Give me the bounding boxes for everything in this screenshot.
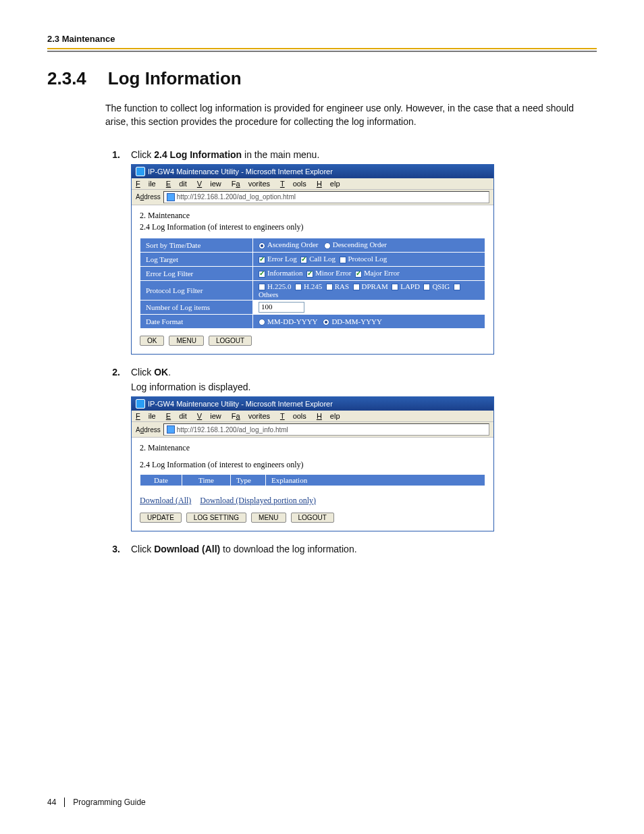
crumb-loginfo: 2.4 Log Information (of interest to engi… [140,460,485,470]
radio-ascending[interactable] [259,242,265,249]
address-field[interactable]: http://192.168.1.200/ad_log_option.html [163,191,489,203]
menu-favorites[interactable]: Favorites [232,180,270,188]
chk-h245[interactable] [295,284,302,290]
rule-divider [47,51,597,52]
row-sort-label: Sort by Time/Date [140,238,253,252]
menu-help[interactable]: Help [317,180,340,188]
download-links: Download (All) Download (Displayed porti… [140,496,485,506]
menu-favorites[interactable]: Favorites [232,412,270,420]
chk-call-log[interactable] [300,257,307,263]
radio-descending[interactable] [324,242,331,249]
address-label: Address [136,426,161,434]
menu-view[interactable]: View [197,412,221,420]
radio-mdy[interactable] [259,319,265,325]
chk-information[interactable] [259,271,265,278]
screenshot-log-display: IP-GW4 Maintenance Utility - Microsoft I… [131,396,494,531]
menu-file[interactable]: File [136,412,156,420]
address-url: http://192.168.1.200/ad_log_option.html [177,193,296,201]
row-target-label: Log Target [140,252,253,266]
step-2-text-line2: Log information is displayed. [131,382,597,392]
step-number: 3. [105,544,120,558]
crumb-maintenance: 2. Maintenance [140,443,485,453]
link-download-all[interactable]: Download (All) [140,496,191,505]
row-protofilter-label: Protocol Log Filter [140,280,253,300]
logout-button[interactable]: LOGOUT [209,336,252,346]
address-url: http://192.168.1.200/ad_log_info.html [177,426,288,434]
ie-title: IP-GW4 Maintenance Utility - Microsoft I… [148,400,333,408]
ok-button[interactable]: OK [140,336,164,346]
section-number: 2.3.4 [47,68,86,89]
chk-ras[interactable] [326,284,333,290]
page-icon [167,193,175,201]
row-protofilter-value: H.225.0 H.245 RAS DPRAM LAPD QSIG Others [253,280,485,300]
step-3-text: Click Download (All) to download the log… [131,544,597,554]
step-number: 2. [105,367,120,537]
address-label: Address [136,193,161,201]
ie-addressbar: Address http://192.168.1.200/ad_log_info… [132,422,493,438]
col-date: Date [140,475,182,486]
row-errfilter-label: Error Log Filter [140,266,253,280]
ie-menubar: File Edit View Favorites Tools Help [132,411,493,422]
ie-titlebar: IP-GW4 Maintenance Utility - Microsoft I… [132,397,493,411]
screenshot-log-options: IP-GW4 Maintenance Utility - Microsoft I… [131,164,494,355]
ie-menubar: File Edit View Favorites Tools Help [132,178,493,190]
ie-icon [136,399,145,409]
section-heading: 2.3.4 Log Information [47,68,597,89]
col-time: Time [182,475,231,486]
chk-major-error[interactable] [355,271,362,278]
ie-title: IP-GW4 Maintenance Utility - Microsoft I… [148,167,333,176]
address-field[interactable]: http://192.168.1.200/ad_log_info.html [163,423,489,436]
link-download-displayed[interactable]: Download (Displayed portion only) [200,496,316,505]
page-footer: 44 Programming Guide [47,798,146,807]
menu-tools[interactable]: Tools [280,180,306,188]
running-header: 2.3 Maintenance [47,34,597,44]
menu-edit[interactable]: Edit [166,412,187,420]
step-1-text: Click 2.4 Log Information in the main me… [131,149,597,160]
book-title: Programming Guide [73,798,145,807]
rule-accent [47,48,597,49]
footer-separator [64,798,65,807]
crumb-maintenance: 2. Maintenance [140,211,485,221]
menu-tools[interactable]: Tools [280,412,306,420]
chk-dpram[interactable] [353,284,360,290]
button-row: OK MENU LOGOUT [140,336,485,346]
step-2-text: Click OK. [131,367,597,377]
row-sort-value: Ascending Order Descending Order [253,238,485,252]
log-table: Date Time Type Explanation [140,474,485,486]
col-explanation: Explanation [266,475,485,486]
chk-qsig[interactable] [423,284,430,290]
logsetting-button[interactable]: LOG SETTING [186,513,246,523]
crumb-loginfo: 2.4 Log Information (of interest to engi… [140,222,485,232]
logout-button[interactable]: LOGOUT [291,513,334,523]
update-button[interactable]: UPDATE [140,513,182,523]
chk-error-log[interactable] [259,257,265,263]
step-number: 1. [105,149,120,360]
chk-minor-error[interactable] [306,271,313,278]
menu-help[interactable]: Help [317,412,340,420]
page-icon [167,425,175,434]
chk-h2250[interactable] [259,284,265,290]
input-num-log-items[interactable]: 100 [259,302,304,313]
row-datefmt-value: MM-DD-YYYY DD-MM-YYYY [253,315,485,329]
section-title: Log Information [108,68,242,89]
ie-titlebar: IP-GW4 Maintenance Utility - Microsoft I… [132,165,493,178]
col-type: Type [231,475,266,486]
page-number: 44 [47,798,56,807]
chk-lapd[interactable] [392,284,398,290]
chk-protocol-log[interactable] [340,257,346,263]
options-table: Sort by Time/Date Ascending Order Descen… [140,238,485,329]
ie-addressbar: Address http://192.168.1.200/ad_log_opti… [132,190,493,205]
row-target-value: Error Log Call Log Protocol Log [253,252,485,266]
row-nitems-label: Number of Log items [140,301,253,315]
button-row: UPDATE LOG SETTING MENU LOGOUT [140,513,485,523]
menu-file[interactable]: File [136,180,156,188]
row-datefmt-label: Date Format [140,315,253,329]
menu-button[interactable]: MENU [251,513,286,523]
menu-button[interactable]: MENU [169,336,203,346]
menu-view[interactable]: View [197,180,221,188]
radio-dmy[interactable] [323,319,329,325]
ie-icon [136,167,145,176]
intro-paragraph: The function to collect log information … [105,101,597,129]
menu-edit[interactable]: Edit [166,180,187,188]
chk-others[interactable] [454,284,460,290]
